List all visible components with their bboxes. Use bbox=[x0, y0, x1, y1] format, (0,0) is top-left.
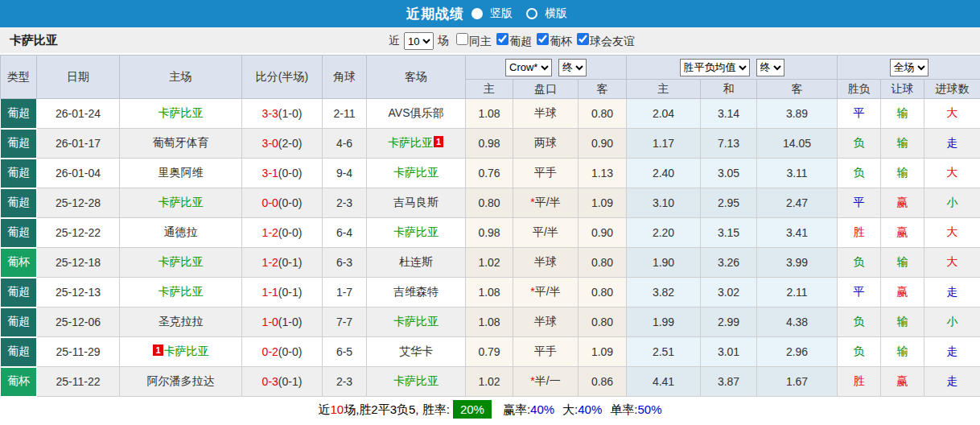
fulltime-select-cell: 全场 bbox=[838, 56, 980, 80]
mean-select-cell: 胜平负均值 终 bbox=[627, 56, 838, 80]
cell-odds-handicap: 半球 bbox=[513, 248, 579, 278]
table-row: 葡杯25-12-18卡萨比亚1-2(0-1)6-3杜连斯1.02半球0.801.… bbox=[1, 248, 980, 278]
score-halftime: (0-1) bbox=[278, 375, 303, 388]
cell-away-team: 艾华卡 bbox=[367, 337, 466, 367]
cell-corners: 7-7 bbox=[323, 307, 367, 337]
cell-result-handicap: 赢 bbox=[881, 188, 924, 218]
over-rate-label: 大: bbox=[562, 402, 578, 416]
cell-corners: 1-7 bbox=[323, 278, 367, 307]
score-fulltime: 0-0 bbox=[262, 196, 278, 209]
cell-odds-home: 1.02 bbox=[466, 367, 513, 397]
score-fulltime: 3-0 bbox=[262, 137, 278, 150]
cell-result-wdl: 负 bbox=[838, 337, 881, 367]
team-label: 卡萨比亚 bbox=[159, 285, 204, 298]
header-mean-draw: 和 bbox=[701, 80, 757, 99]
cell-date: 25-12-28 bbox=[37, 188, 120, 218]
score-fulltime: 0-2 bbox=[262, 345, 278, 358]
cell-odds-home: 0.98 bbox=[466, 218, 513, 248]
cell-odds-handicap: 平手 bbox=[513, 337, 579, 367]
cell-odds-home: 0.98 bbox=[466, 129, 513, 159]
odds-final-select[interactable]: 终 bbox=[558, 59, 587, 76]
cell-home-team: 阿尔潘多拉达 bbox=[120, 367, 242, 397]
table-header: 类型 日期 主场 比分(半场) 角球 客场 Crow* 终 胜平负均值 终 全场 bbox=[1, 56, 980, 99]
team-label: 圣克拉拉 bbox=[159, 315, 204, 328]
cell-odds-handicap: 两球 bbox=[513, 129, 579, 159]
cell-corners: 2-3 bbox=[323, 367, 367, 397]
filter-checkboxes: 同主葡超葡杯球会友谊 bbox=[451, 33, 635, 49]
cell-odds-home: 0.79 bbox=[466, 337, 513, 367]
horizontal-radio-label[interactable]: 横版 bbox=[545, 6, 567, 21]
vertical-radio-label[interactable]: 竖版 bbox=[490, 6, 513, 21]
team-label: 卡萨比亚 bbox=[393, 225, 439, 238]
filter-checkbox-0[interactable] bbox=[456, 33, 468, 45]
cell-league-type: 葡杯 bbox=[1, 367, 37, 397]
cell-result-handicap: 赢 bbox=[881, 218, 924, 248]
cell-odds-away: 0.80 bbox=[579, 307, 627, 337]
filter-checkbox-3[interactable] bbox=[577, 33, 589, 45]
red-card-badge: 1 bbox=[434, 136, 443, 147]
cell-result-goals: 小 bbox=[924, 188, 980, 218]
cell-league-type: 葡超 bbox=[1, 99, 37, 129]
cell-result-handicap: 赢 bbox=[881, 367, 924, 397]
cell-score: 1-0(1-0) bbox=[242, 307, 323, 337]
bookmaker-select[interactable]: Crow* bbox=[505, 59, 552, 76]
horizontal-radio[interactable] bbox=[526, 8, 537, 19]
cell-result-goals: 走 bbox=[924, 278, 980, 307]
score-halftime: (0-0) bbox=[278, 167, 303, 179]
cell-odds-handicap: 半球 bbox=[513, 307, 579, 337]
cell-odds-home: 1.02 bbox=[466, 248, 513, 278]
cell-odds-handicap: *半/一 bbox=[513, 367, 579, 397]
cell-result-wdl: 平 bbox=[838, 278, 881, 307]
team-label: 卡萨比亚 bbox=[393, 374, 439, 387]
score-fulltime: 1-2 bbox=[262, 226, 278, 239]
match-count-select[interactable]: 10 bbox=[404, 32, 434, 50]
cell-odds-away: 0.80 bbox=[579, 99, 627, 129]
filter-label-1: 葡超 bbox=[509, 35, 532, 47]
cell-mean-draw: 3.14 bbox=[701, 99, 757, 129]
cell-mean-away: 2.11 bbox=[757, 278, 838, 307]
cell-result-handicap: 输 bbox=[881, 159, 924, 188]
odds-select-cell: Crow* 终 bbox=[466, 56, 627, 80]
table-row: 葡超25-12-28卡萨比亚0-0(0-0)2-3吉马良斯0.80*平/半1.0… bbox=[1, 188, 980, 218]
filter-checkbox-1[interactable] bbox=[496, 33, 509, 45]
cell-away-team: 卡萨比亚 bbox=[367, 307, 466, 337]
cell-result-handicap: 输 bbox=[881, 99, 924, 129]
filter-label-2: 葡杯 bbox=[550, 35, 572, 47]
near-label: 近 bbox=[389, 34, 400, 48]
cell-corners: 6-5 bbox=[323, 337, 367, 367]
header-corner: 角球 bbox=[323, 56, 367, 99]
cell-result-wdl: 负 bbox=[838, 307, 881, 337]
header-away: 客场 bbox=[367, 56, 466, 99]
team-label: 葡萄牙体育 bbox=[153, 136, 209, 149]
team-label: 吉维森特 bbox=[393, 285, 439, 298]
cell-score: 3-1(0-0) bbox=[242, 159, 323, 188]
score-fulltime: 1-1 bbox=[262, 286, 278, 299]
mean-select[interactable]: 胜平负均值 bbox=[680, 59, 750, 76]
cell-home-team: 圣克拉拉 bbox=[120, 307, 242, 337]
team-label: 卡萨比亚 bbox=[159, 255, 204, 268]
mean-final-select[interactable]: 终 bbox=[756, 59, 784, 76]
filter-checkbox-2[interactable] bbox=[537, 33, 549, 45]
score-halftime: (0-0) bbox=[278, 345, 303, 358]
cell-odds-away: 0.86 bbox=[579, 367, 627, 397]
team-label: 杜连斯 bbox=[399, 255, 433, 268]
cell-score: 1-2(0-0) bbox=[242, 218, 323, 248]
cell-result-wdl: 负 bbox=[838, 248, 881, 278]
score-halftime: (0-1) bbox=[278, 256, 303, 269]
cell-mean-home: 2.04 bbox=[627, 99, 701, 129]
score-halftime: (0-0) bbox=[278, 226, 303, 239]
team-label: 卡萨比亚 bbox=[388, 136, 433, 149]
cell-result-goals: 大 bbox=[924, 159, 980, 188]
cell-mean-away: 2.96 bbox=[757, 337, 838, 367]
cell-mean-draw: 3.02 bbox=[701, 278, 757, 307]
cell-result-wdl: 胜 bbox=[838, 367, 881, 397]
cell-away-team: 吉维森特 bbox=[367, 278, 466, 307]
header-result-handicap: 让球 bbox=[881, 80, 924, 99]
score-halftime: (0-1) bbox=[278, 286, 303, 299]
fulltime-select[interactable]: 全场 bbox=[890, 59, 929, 76]
cell-result-goals: 走 bbox=[924, 129, 980, 159]
score-fulltime: 1-2 bbox=[262, 256, 278, 269]
cell-mean-draw: 7.13 bbox=[701, 129, 757, 159]
vertical-radio[interactable] bbox=[471, 8, 483, 19]
score-halftime: (1-0) bbox=[278, 316, 303, 328]
